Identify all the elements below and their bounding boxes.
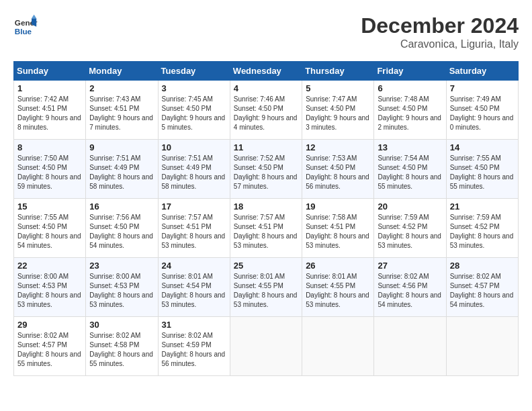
day-info: Sunrise: 8:02 AM Sunset: 4:59 PM Dayligh…	[162, 331, 226, 369]
day-info: Sunrise: 7:55 AM Sunset: 4:50 PM Dayligh…	[17, 213, 82, 250]
week-row-5: 29 Sunrise: 8:02 AM Sunset: 4:57 PM Dayl…	[14, 317, 519, 376]
day-number: 31	[162, 320, 226, 330]
day-number: 14	[450, 142, 515, 152]
week-row-1: 1 Sunrise: 7:42 AM Sunset: 4:51 PM Dayli…	[14, 81, 519, 140]
calendar-cell: 29 Sunrise: 8:02 AM Sunset: 4:57 PM Dayl…	[14, 317, 86, 376]
day-number: 23	[89, 261, 154, 271]
day-info: Sunrise: 8:02 AM Sunset: 4:56 PM Dayligh…	[378, 272, 442, 310]
calendar-cell: 25 Sunrise: 8:01 AM Sunset: 4:55 PM Dayl…	[230, 258, 302, 317]
calendar-cell: 22 Sunrise: 8:00 AM Sunset: 4:53 PM Dayl…	[14, 258, 86, 317]
day-number: 20	[378, 201, 442, 212]
day-number: 26	[306, 261, 370, 271]
calendar-cell: 6 Sunrise: 7:48 AM Sunset: 4:50 PM Dayli…	[374, 81, 446, 140]
calendar-cell: 12 Sunrise: 7:53 AM Sunset: 4:50 PM Dayl…	[302, 140, 374, 199]
calendar-cell	[302, 317, 374, 376]
day-info: Sunrise: 7:55 AM Sunset: 4:50 PM Dayligh…	[450, 154, 515, 191]
day-number: 10	[162, 142, 226, 152]
day-info: Sunrise: 7:57 AM Sunset: 4:51 PM Dayligh…	[234, 213, 298, 250]
calendar-cell: 1 Sunrise: 7:42 AM Sunset: 4:51 PM Dayli…	[14, 81, 86, 140]
weekday-header-thursday: Thursday	[302, 62, 374, 81]
day-number: 13	[378, 142, 442, 152]
calendar-cell: 23 Sunrise: 8:00 AM Sunset: 4:53 PM Dayl…	[86, 258, 158, 317]
day-number: 3	[162, 83, 226, 93]
calendar-cell: 5 Sunrise: 7:47 AM Sunset: 4:50 PM Dayli…	[302, 81, 374, 140]
day-info: Sunrise: 7:50 AM Sunset: 4:50 PM Dayligh…	[17, 154, 82, 191]
week-row-2: 8 Sunrise: 7:50 AM Sunset: 4:50 PM Dayli…	[14, 140, 519, 199]
day-info: Sunrise: 7:48 AM Sunset: 4:50 PM Dayligh…	[378, 95, 442, 132]
calendar-cell: 21 Sunrise: 7:59 AM Sunset: 4:52 PM Dayl…	[446, 199, 518, 258]
day-info: Sunrise: 8:01 AM Sunset: 4:55 PM Dayligh…	[234, 272, 298, 310]
calendar-cell: 18 Sunrise: 7:57 AM Sunset: 4:51 PM Dayl…	[230, 199, 302, 258]
month-title: December 2024	[361, 13, 519, 38]
day-info: Sunrise: 7:47 AM Sunset: 4:50 PM Dayligh…	[306, 95, 370, 132]
weekday-header-friday: Friday	[374, 62, 446, 81]
day-number: 2	[89, 83, 154, 93]
day-info: Sunrise: 8:00 AM Sunset: 4:53 PM Dayligh…	[89, 272, 154, 310]
day-number: 21	[450, 201, 515, 212]
day-info: Sunrise: 7:43 AM Sunset: 4:51 PM Dayligh…	[89, 95, 154, 132]
calendar-cell: 7 Sunrise: 7:49 AM Sunset: 4:50 PM Dayli…	[446, 81, 518, 140]
svg-text:Blue: Blue	[15, 27, 32, 36]
location: Caravonica, Liguria, Italy	[361, 38, 519, 50]
title-block: December 2024 Caravonica, Liguria, Italy	[361, 13, 519, 50]
calendar-cell: 15 Sunrise: 7:55 AM Sunset: 4:50 PM Dayl…	[14, 199, 86, 258]
weekday-header-monday: Monday	[86, 62, 158, 81]
calendar-cell: 16 Sunrise: 7:56 AM Sunset: 4:50 PM Dayl…	[86, 199, 158, 258]
calendar-cell: 4 Sunrise: 7:46 AM Sunset: 4:50 PM Dayli…	[230, 81, 302, 140]
day-info: Sunrise: 8:02 AM Sunset: 4:57 PM Dayligh…	[17, 331, 82, 369]
week-row-4: 22 Sunrise: 8:00 AM Sunset: 4:53 PM Dayl…	[14, 258, 519, 317]
day-info: Sunrise: 8:02 AM Sunset: 4:58 PM Dayligh…	[89, 331, 154, 369]
weekday-header-saturday: Saturday	[446, 62, 518, 81]
day-number: 30	[89, 320, 154, 330]
day-info: Sunrise: 8:02 AM Sunset: 4:57 PM Dayligh…	[450, 272, 515, 310]
weekday-header-wednesday: Wednesday	[230, 62, 302, 81]
weekday-header-row: SundayMondayTuesdayWednesdayThursdayFrid…	[14, 62, 519, 81]
calendar-cell: 9 Sunrise: 7:51 AM Sunset: 4:49 PM Dayli…	[86, 140, 158, 199]
day-info: Sunrise: 7:51 AM Sunset: 4:49 PM Dayligh…	[89, 154, 154, 191]
day-info: Sunrise: 7:57 AM Sunset: 4:51 PM Dayligh…	[162, 213, 226, 250]
calendar-cell: 17 Sunrise: 7:57 AM Sunset: 4:51 PM Dayl…	[158, 199, 230, 258]
calendar-cell: 11 Sunrise: 7:52 AM Sunset: 4:50 PM Dayl…	[230, 140, 302, 199]
day-info: Sunrise: 7:54 AM Sunset: 4:50 PM Dayligh…	[378, 154, 442, 191]
calendar-cell: 2 Sunrise: 7:43 AM Sunset: 4:51 PM Dayli…	[86, 81, 158, 140]
calendar-cell: 19 Sunrise: 7:58 AM Sunset: 4:51 PM Dayl…	[302, 199, 374, 258]
calendar-body: 1 Sunrise: 7:42 AM Sunset: 4:51 PM Dayli…	[14, 81, 519, 376]
calendar-cell: 13 Sunrise: 7:54 AM Sunset: 4:50 PM Dayl…	[374, 140, 446, 199]
calendar-cell	[446, 317, 518, 376]
day-number: 12	[306, 142, 370, 152]
day-info: Sunrise: 7:52 AM Sunset: 4:50 PM Dayligh…	[234, 154, 298, 191]
day-number: 25	[234, 261, 298, 271]
logo-icon: General Blue	[13, 13, 38, 38]
svg-marker-3	[32, 15, 36, 18]
day-info: Sunrise: 7:59 AM Sunset: 4:52 PM Dayligh…	[450, 213, 515, 250]
calendar-cell	[374, 317, 446, 376]
day-number: 18	[234, 201, 298, 212]
day-number: 6	[378, 83, 442, 93]
calendar-cell: 26 Sunrise: 8:01 AM Sunset: 4:55 PM Dayl…	[302, 258, 374, 317]
logo: General Blue	[13, 13, 38, 38]
calendar-cell	[230, 317, 302, 376]
weekday-header-sunday: Sunday	[14, 62, 86, 81]
day-info: Sunrise: 7:46 AM Sunset: 4:50 PM Dayligh…	[234, 95, 298, 132]
calendar-cell: 30 Sunrise: 8:02 AM Sunset: 4:58 PM Dayl…	[86, 317, 158, 376]
day-info: Sunrise: 7:42 AM Sunset: 4:51 PM Dayligh…	[17, 95, 82, 132]
calendar-cell: 14 Sunrise: 7:55 AM Sunset: 4:50 PM Dayl…	[446, 140, 518, 199]
day-number: 11	[234, 142, 298, 152]
day-info: Sunrise: 7:56 AM Sunset: 4:50 PM Dayligh…	[89, 213, 154, 250]
day-number: 27	[378, 261, 442, 271]
day-number: 19	[306, 201, 370, 212]
calendar-cell: 27 Sunrise: 8:02 AM Sunset: 4:56 PM Dayl…	[374, 258, 446, 317]
calendar-header: SundayMondayTuesdayWednesdayThursdayFrid…	[14, 62, 519, 81]
day-number: 15	[17, 201, 82, 212]
calendar-cell: 3 Sunrise: 7:45 AM Sunset: 4:50 PM Dayli…	[158, 81, 230, 140]
day-number: 28	[450, 261, 515, 271]
day-number: 9	[89, 142, 154, 152]
day-info: Sunrise: 7:53 AM Sunset: 4:50 PM Dayligh…	[306, 154, 370, 191]
day-info: Sunrise: 7:49 AM Sunset: 4:50 PM Dayligh…	[450, 95, 515, 132]
day-info: Sunrise: 7:51 AM Sunset: 4:49 PM Dayligh…	[162, 154, 226, 191]
page-header: General Blue December 2024 Caravonica, L…	[13, 13, 519, 50]
calendar-cell: 24 Sunrise: 8:01 AM Sunset: 4:54 PM Dayl…	[158, 258, 230, 317]
day-info: Sunrise: 8:00 AM Sunset: 4:53 PM Dayligh…	[17, 272, 82, 310]
day-info: Sunrise: 7:58 AM Sunset: 4:51 PM Dayligh…	[306, 213, 370, 250]
calendar-table: SundayMondayTuesdayWednesdayThursdayFrid…	[13, 61, 519, 376]
